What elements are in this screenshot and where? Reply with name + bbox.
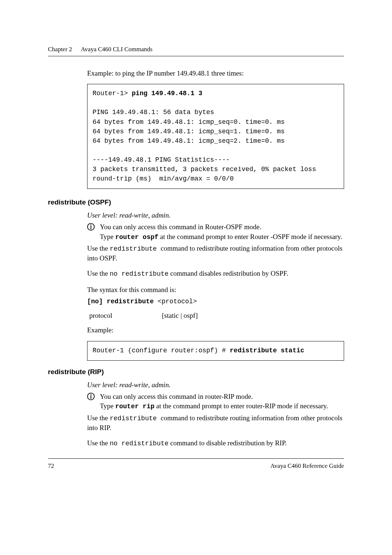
rip-note-pre: Type [100, 402, 115, 410]
param-value: [static | ospf] [162, 312, 198, 320]
ospf-note-line1: You can only access this command in Rout… [100, 223, 261, 231]
ospf-note-cmd: router ospf [115, 234, 158, 241]
page-header: Chapter 2 Avaya C460 CLI Commands [48, 46, 344, 53]
rip-note-line1: You can only access this command in rout… [100, 393, 253, 400]
page-number: 72 [48, 462, 54, 470]
intro-paragraph: Example: to ping the IP number 149.49.48… [87, 69, 344, 78]
syntax-lead: The syntax for this command is: [87, 285, 344, 295]
header-rule [48, 56, 344, 56]
ospf-para2: Use the no redistribute command disables… [87, 269, 344, 279]
param-name: protocol [89, 312, 162, 320]
ospf-code-block: Router-1 (configure router:ospf) # redis… [87, 341, 344, 361]
ping-code-block: Router-1> ping 149.49.48.1 3 PING 149.49… [87, 84, 344, 189]
rip-note-post: at the command prompt to enter router-RI… [155, 402, 328, 410]
param-row: protocol [static | ospf] [89, 312, 344, 320]
ospf-note-pre: Type [100, 233, 115, 240]
page-footer: 72 Avaya C460 Reference Guide [48, 462, 344, 470]
syntax-line: [no] redistribute <protocol> [87, 296, 344, 306]
rip-note: ⓘ You can only access this command in ro… [87, 392, 344, 411]
code-body: PING 149.49.48.1: 56 data bytes 64 bytes… [93, 109, 316, 182]
doc-title: Avaya C460 Reference Guide [270, 462, 344, 470]
ospf-userlevel: User level: read-write, admin. [87, 211, 344, 220]
info-icon: ⓘ [87, 222, 95, 232]
ospf-para1: Use the redistribute command to redistri… [87, 244, 344, 263]
code-prompt: Router-1> [93, 90, 132, 97]
rip-note-body: You can only access this command in rout… [100, 392, 344, 411]
code-prompt: Router-1 (configure router:ospf) # [93, 347, 230, 354]
chapter-title: Avaya C460 CLI Commands [81, 46, 153, 53]
rip-note-cmd: router rip [115, 403, 154, 410]
rip-para2: Use the no redistribute command to disab… [87, 438, 344, 448]
ospf-heading: redistribute (OSPF) [48, 198, 344, 206]
code-command: ping 149.49.48.1 3 [132, 90, 202, 97]
example-label: Example: [87, 325, 344, 335]
ospf-note-body: You can only access this command in Rout… [100, 222, 344, 242]
rip-para1: Use the redistribute command to redistri… [87, 413, 344, 433]
info-icon: ⓘ [87, 392, 95, 401]
chapter-label: Chapter 2 [48, 46, 72, 53]
rip-userlevel: User level: read-write, admin. [87, 380, 344, 390]
code-command: redistribute static [230, 347, 304, 354]
footer-rule [48, 458, 344, 459]
rip-heading: redistribute (RIP) [48, 368, 344, 376]
ospf-note-post: at the command prompt to enter Router -O… [158, 233, 342, 240]
ospf-note: ⓘ You can only access this command in Ro… [87, 222, 344, 242]
